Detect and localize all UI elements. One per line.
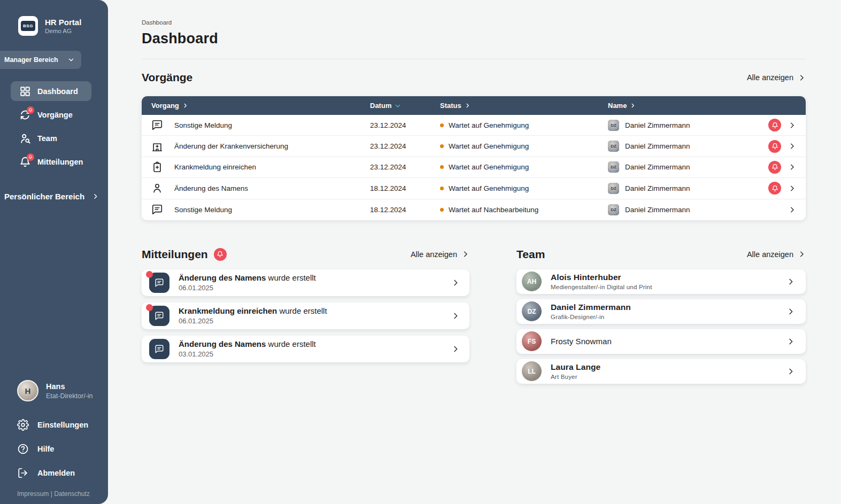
view-all-team-button[interactable]: Alle anzeigen (747, 250, 806, 259)
avatar: H (17, 380, 38, 401)
alert-bell-button[interactable] (768, 161, 781, 174)
notification-card[interactable]: Krankmeldung einreichen wurde erstellt 0… (142, 303, 469, 329)
help-icon (17, 443, 29, 455)
scope-switcher-button[interactable]: Manager Bereich (0, 51, 81, 69)
view-all-vorgaenge-button[interactable]: Alle anzeigen (747, 73, 806, 82)
column-header-vorgang[interactable]: Vorgang (151, 102, 370, 110)
gear-icon (17, 419, 29, 431)
notifications-bell-badge-icon (214, 248, 227, 261)
sidebar-nav: Dashboard Vorgänge Team (11, 81, 91, 172)
message-icon (149, 339, 169, 359)
status-dot (440, 165, 444, 169)
sort-chevron-right-icon (182, 103, 188, 108)
sidebar: BSG HR Portal Demo AG Manager Bereich Da… (0, 0, 108, 504)
column-header-status[interactable]: Status (440, 102, 608, 110)
status-dot (440, 144, 444, 148)
personal-area-label: Persönlicher Bereich (4, 192, 84, 201)
alert-bell-button[interactable] (768, 119, 781, 131)
mitteilungen-section: Mitteilungen Alle anzeigen (142, 248, 469, 389)
company-logo-text: BSG (21, 21, 35, 31)
sidebar-item-mitteilungen[interactable]: Mitteilungen (11, 152, 91, 172)
alert-bell-button[interactable] (768, 140, 781, 153)
unread-dot (146, 271, 153, 278)
chevron-right-icon (788, 206, 796, 214)
message-icon (151, 204, 163, 215)
avatar: AH (522, 272, 542, 291)
sidebar-item-dashboard[interactable]: Dashboard (11, 81, 91, 101)
status-label: Wartet auf Genehmigung (449, 184, 529, 192)
sidebar-bottom: H Hans Etat-Direktor/-in Einstellungen H… (0, 380, 108, 504)
member-role: Art Buyer (551, 374, 777, 380)
vorgaenge-section: Vorgänge Alle anzeigen Vorgang Datum (142, 71, 806, 220)
member-role: Grafik-Designer/-in (551, 314, 777, 320)
table-row[interactable]: Änderung des Namens 18.12.2024 Wartet au… (142, 178, 806, 199)
team-member-card[interactable]: DZ Daniel Zimmermann Grafik-Designer/-in (516, 299, 806, 324)
alert-badge-icon (27, 153, 34, 161)
table-row[interactable]: Sonstige Meldung 23.12.2024 Wartet auf G… (142, 115, 806, 136)
user-name: Hans (46, 382, 93, 391)
column-header-datum[interactable]: Datum (370, 102, 440, 110)
chevron-right-icon (451, 312, 460, 320)
sidebar-item-team[interactable]: Team (11, 128, 91, 148)
brand: BSG HR Portal Demo AG (0, 0, 108, 36)
team-member-card[interactable]: AH Alois Hinterhuber Mediengestalter/-in… (516, 269, 806, 294)
notification-title: Krankmeldung einreichen (179, 306, 277, 315)
alert-badge-icon (27, 106, 34, 114)
scope-switcher-label: Manager Bereich (4, 56, 58, 64)
table-row[interactable]: Krankmeldung einreichen 23.12.2024 Warte… (142, 157, 806, 178)
table-row[interactable]: Sonstige Meldung 18.12.2024 Wartet auf N… (142, 199, 806, 220)
sidebar-item-logout[interactable]: Abmelden (17, 463, 108, 483)
view-all-mitteilungen-button[interactable]: Alle anzeigen (411, 250, 469, 259)
breadcrumb[interactable]: Dashboard (142, 19, 806, 26)
legal-links: Impressum | Datenschutz (17, 490, 108, 498)
section-title-vorgaenge: Vorgänge (142, 71, 192, 84)
sidebar-item-vorgaenge[interactable]: Vorgänge (11, 105, 91, 125)
avatar: DZ (608, 141, 619, 152)
vorgang-label: Sonstige Meldung (174, 121, 232, 129)
sidebar-item-label: Einstellungen (37, 421, 88, 429)
legal-text[interactable]: Impressum | Datenschutz (17, 490, 90, 498)
user-role: Etat-Direktor/-in (46, 392, 93, 400)
status-dot (440, 187, 444, 190)
chevron-right-icon (786, 367, 795, 376)
avatar: DZ (608, 183, 619, 194)
name-label: Daniel Zimmermann (625, 142, 690, 150)
section-title-team: Team (516, 248, 545, 261)
view-all-label: Alle anzeigen (747, 73, 793, 82)
sidebar-item-help[interactable]: Hilfe (17, 439, 108, 459)
chevron-right-icon (451, 345, 460, 353)
team-member-card[interactable]: FS Frosty Snowman (516, 329, 806, 354)
avatar: DZ (522, 301, 542, 321)
main-content: Dashboard Dashboard Vorgänge Alle anzeig… (108, 0, 841, 504)
avatar: DZ (608, 204, 619, 215)
notification-card[interactable]: Änderung des Namens wurde erstellt 06.01… (142, 269, 469, 296)
column-label: Datum (370, 102, 391, 110)
status-dot (440, 123, 444, 127)
sidebar-item-label: Abmelden (37, 469, 75, 477)
column-header-name[interactable]: Name (608, 102, 767, 110)
datum-value: 18.12.2024 (370, 184, 440, 192)
sidebar-item-settings[interactable]: Einstellungen (17, 415, 108, 435)
avatar: DZ (608, 161, 619, 173)
alert-bell-button[interactable] (768, 182, 781, 195)
person-icon (151, 182, 163, 194)
vorgang-label: Sonstige Meldung (174, 206, 232, 214)
sidebar-item-personal-area[interactable]: Persönlicher Bereich (4, 192, 108, 201)
status-label: Wartet auf Genehmigung (449, 121, 529, 129)
notification-title-suffix: wurde erstellt (266, 339, 315, 348)
team-member-card[interactable]: LL Laura Lange Art Buyer (516, 359, 806, 384)
sidebar-item-label: Team (37, 134, 57, 143)
chevron-right-icon (798, 74, 806, 82)
vorgang-label: Änderung der Krankenversicherung (174, 142, 288, 150)
avatar: FS (522, 331, 542, 351)
sidebar-item-label: Dashboard (37, 87, 78, 96)
company-logo: BSG (18, 16, 38, 36)
notification-title-suffix: wurde erstellt (277, 306, 327, 315)
notification-date: 03.01.2025 (179, 350, 442, 358)
notification-card[interactable]: Änderung des Namens wurde erstellt 03.01… (142, 336, 469, 362)
current-user[interactable]: H Hans Etat-Direktor/-in (17, 380, 108, 401)
avatar: DZ (608, 120, 619, 131)
sort-chevron-down-icon (395, 103, 401, 109)
sidebar-footer-nav: Einstellungen Hilfe Abmelden (17, 415, 108, 483)
table-row[interactable]: Änderung der Krankenversicherung 23.12.2… (142, 136, 806, 157)
